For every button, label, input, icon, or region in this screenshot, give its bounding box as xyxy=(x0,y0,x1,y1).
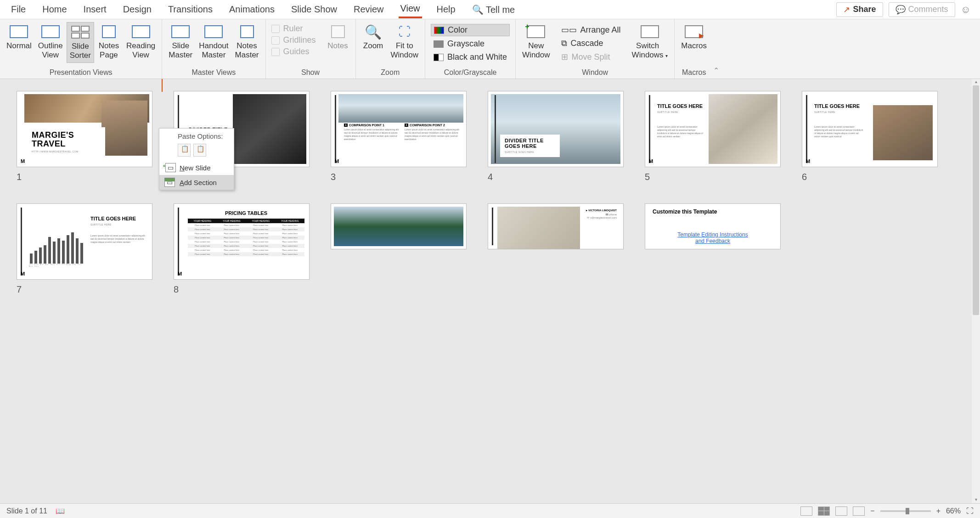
arrange-all-button[interactable]: ▭▭Arrange All xyxy=(559,24,623,36)
macros-button[interactable]: ▶ Macros xyxy=(678,22,710,52)
normal-view-status-button[interactable] xyxy=(800,507,812,516)
bw-swatch-icon xyxy=(434,54,444,61)
group-show: Ruler Gridlines Guides Notes Show xyxy=(266,19,356,79)
slide-thumb-7[interactable]: TITLE GOES HERE SUBTITLE HERE Lorem ipsu… xyxy=(17,203,152,295)
tellme[interactable]: 🔍 Tell me xyxy=(470,1,517,18)
cascade-icon: ⧉ xyxy=(561,39,567,48)
split-label: Move Split xyxy=(572,52,610,62)
search-icon: 🔍 xyxy=(472,5,484,15)
scrollbar-thumb[interactable] xyxy=(973,85,979,315)
gridlines-label: Gridlines xyxy=(283,35,316,45)
pc2: YOUR HEADING xyxy=(217,219,247,223)
slide-thumb-3[interactable]: +COMPARISON POINT 1 Lorem ipsum dolor si… xyxy=(331,91,467,182)
fit-window-button[interactable]: ⛶ Fit to Window xyxy=(388,22,421,62)
comments-label: Comments xyxy=(908,5,948,14)
collapse-ribbon-icon[interactable]: ⌃ xyxy=(713,66,719,75)
add-section-icon: ▭ xyxy=(164,178,175,187)
feedback-smiley-icon[interactable]: ☺ xyxy=(961,4,971,16)
switch-windows-button[interactable]: Switch Windows ▾ xyxy=(629,22,671,62)
slide-thumb-5[interactable]: TITLE GOES HERE SUBTITLE HERE Lorem ipsu… xyxy=(645,91,781,182)
ctx-add-section[interactable]: ▭ Add Section xyxy=(159,175,234,190)
statusbar: Slide 1 of 11 📖 − + 66% ⛶ xyxy=(0,503,980,518)
notes-page-icon xyxy=(102,25,116,38)
handout-master-button[interactable]: Handout Master xyxy=(196,22,231,62)
arrange-label: Arrange All xyxy=(580,25,621,35)
menu-animations[interactable]: Animations xyxy=(227,1,276,17)
fit-label: Fit to Window xyxy=(391,41,418,60)
slide-thumb-6[interactable]: TITLE GOES HERE SUBTITLE HERE Lorem ipsu… xyxy=(802,91,938,182)
slide1-title: MARGIE'S TRAVEL xyxy=(32,131,101,148)
slide-num-7: 7 xyxy=(17,284,152,295)
cascade-button[interactable]: ⧉Cascade xyxy=(559,38,623,49)
outline-view-button[interactable]: Outline View xyxy=(35,22,66,63)
slide-thumb-4[interactable]: DIVIDER TITLE GOES HERE SUBTITLE GOES HE… xyxy=(488,91,624,182)
slide5-logo: M xyxy=(649,158,653,164)
menu-design[interactable]: Design xyxy=(121,1,153,17)
reading-view-button[interactable]: Reading View xyxy=(124,22,158,63)
menu-slideshow[interactable]: Slide Show xyxy=(289,1,339,17)
zoom-in-button[interactable]: + xyxy=(936,507,941,515)
pc4: YOUR HEADING xyxy=(276,219,305,223)
group-label-cg: Color/Grayscale xyxy=(429,67,512,79)
pc1: YOUR HEADING xyxy=(188,219,217,223)
fit-to-window-status-icon[interactable]: ⛶ xyxy=(966,507,974,515)
slide-sorter-button[interactable]: Slide Sorter xyxy=(67,22,94,63)
zoom-button[interactable]: 🔍 Zoom xyxy=(360,22,387,62)
slide1-url: HTTP://WWW.MARGIESTRAVEL.COM xyxy=(32,150,101,153)
group-label-mv: Master Views xyxy=(166,67,261,79)
notes-master-label: Notes Master xyxy=(235,41,259,60)
zoom-icon: 🔍 xyxy=(365,24,382,40)
slide-thumb-8[interactable]: PRICING TABLES YOUR HEADING YOUR HEADING… xyxy=(174,203,310,295)
scroll-up-icon[interactable]: ▴ xyxy=(972,79,980,85)
zoom-slider[interactable] xyxy=(880,510,931,512)
menu-file[interactable]: File xyxy=(9,1,28,17)
zoom-level[interactable]: 66% xyxy=(946,507,961,515)
ctx-new-slide[interactable]: +▭ New Slide xyxy=(159,160,234,175)
notes-master-button[interactable]: Notes Master xyxy=(232,22,262,62)
normal-view-button[interactable]: Normal xyxy=(4,22,34,63)
slide-thumb-10[interactable]: ▸ VICTORIA LINDQVIST ☎ phone ✉ v@margies… xyxy=(488,203,624,295)
guides-checkbox: Guides xyxy=(271,47,316,56)
scroll-down-icon[interactable]: ▾ xyxy=(972,497,980,503)
menu-view[interactable]: View xyxy=(399,0,422,18)
slide-master-button[interactable]: Slide Master xyxy=(166,22,195,62)
reading-label: Reading View xyxy=(126,41,155,60)
share-button[interactable]: ↗ Share xyxy=(836,2,883,17)
s10-email: v@margiestravel.com xyxy=(590,216,617,219)
blackwhite-button[interactable]: Black and White xyxy=(431,51,510,63)
group-color-grayscale: Color Grayscale Black and White Color/Gr… xyxy=(425,19,516,79)
s11-link1: Template Editing Instructions xyxy=(645,231,780,238)
s11-link2: and Feedback xyxy=(645,238,780,244)
menu-insert[interactable]: Insert xyxy=(82,1,108,17)
group-label-macros: Macros xyxy=(678,67,710,79)
menu-help[interactable]: Help xyxy=(435,1,457,17)
grayscale-button[interactable]: Grayscale xyxy=(431,38,510,50)
comments-button[interactable]: 💬 Comments xyxy=(889,2,955,17)
menu-home[interactable]: Home xyxy=(40,1,68,17)
menu-transitions[interactable]: Transitions xyxy=(166,1,214,17)
vertical-scrollbar[interactable]: ▴ ▾ xyxy=(972,79,980,503)
ribbon: Normal Outline View Slide Sorter Notes P… xyxy=(0,19,980,79)
zoom-out-button[interactable]: − xyxy=(870,507,874,515)
switch-label: Switch Windows ▾ xyxy=(632,41,668,60)
share-icon: ↗ xyxy=(843,5,850,15)
s3-h2: COMPARISON POINT 2 xyxy=(410,124,445,127)
new-window-button[interactable]: + New Window xyxy=(519,22,552,62)
group-zoom: 🔍 Zoom ⛶ Fit to Window Zoom xyxy=(356,19,425,79)
split-icon: ⊞ xyxy=(561,52,568,62)
paste-keep-source-icon[interactable]: 📋 xyxy=(178,144,191,157)
notes-status-icon[interactable]: 📖 xyxy=(56,507,65,515)
sorter-view-status-button[interactable] xyxy=(818,507,830,516)
slideshow-view-status-button[interactable] xyxy=(853,507,865,516)
group-label-window: Window xyxy=(519,67,670,79)
paste-destination-icon[interactable]: 📋 xyxy=(193,144,206,157)
notes-page-button[interactable]: Notes Page xyxy=(95,22,123,63)
tellme-label: Tell me xyxy=(486,5,515,15)
slide-thumb-9[interactable] xyxy=(331,203,467,295)
slide-thumb-1[interactable]: MARGIE'S TRAVEL HTTP://WWW.MARGIESTRAVEL… xyxy=(17,91,152,182)
slide-thumb-11[interactable]: Customize this Template Template Editing… xyxy=(645,203,781,295)
slide-num-8: 8 xyxy=(174,284,310,295)
reading-view-status-button[interactable] xyxy=(835,507,847,516)
menu-review[interactable]: Review xyxy=(352,1,386,17)
color-button[interactable]: Color xyxy=(431,24,510,36)
